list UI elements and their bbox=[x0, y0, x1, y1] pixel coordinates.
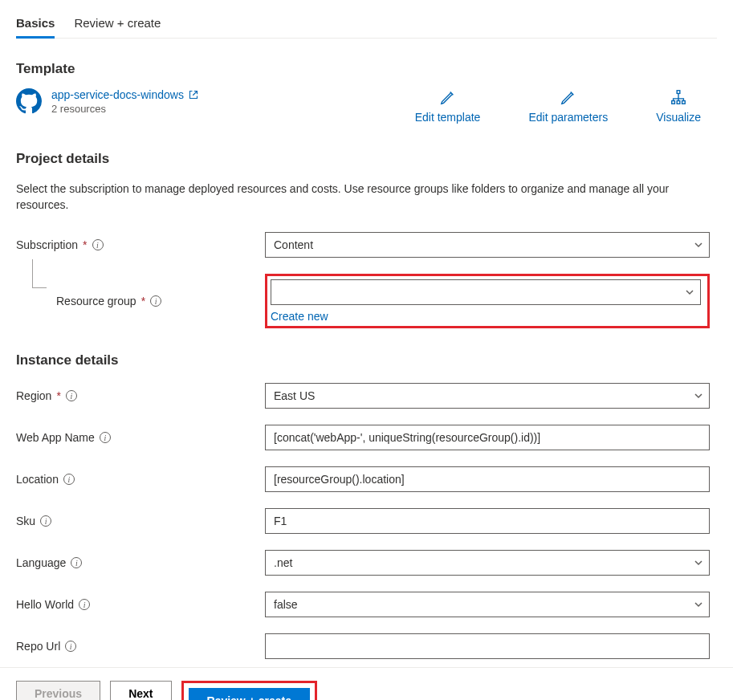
location-input[interactable] bbox=[265, 466, 710, 492]
edit-template-button[interactable]: Edit template bbox=[415, 88, 481, 124]
info-icon[interactable]: i bbox=[63, 474, 75, 485]
svg-rect-3 bbox=[682, 101, 686, 104]
template-link-text: app-service-docs-windows bbox=[51, 88, 184, 101]
subscription-label: Subscription bbox=[16, 238, 78, 251]
info-icon[interactable]: i bbox=[40, 515, 51, 527]
edit-parameters-label: Edit parameters bbox=[528, 111, 608, 124]
instance-details-heading: Instance details bbox=[16, 352, 717, 368]
location-label: Location bbox=[16, 473, 59, 486]
tab-basics[interactable]: Basics bbox=[16, 16, 55, 38]
sku-input[interactable] bbox=[265, 508, 710, 534]
region-select[interactable]: East US bbox=[265, 383, 710, 409]
info-icon[interactable]: i bbox=[92, 239, 104, 250]
tab-review-create[interactable]: Review + create bbox=[74, 16, 161, 38]
hello-world-select[interactable]: false bbox=[265, 592, 710, 617]
info-icon[interactable]: i bbox=[150, 295, 161, 307]
repo-url-label: Repo Url bbox=[16, 640, 60, 653]
edit-parameters-button[interactable]: Edit parameters bbox=[528, 88, 608, 124]
svg-rect-2 bbox=[677, 101, 680, 104]
create-new-link[interactable]: Create new bbox=[271, 310, 328, 323]
visualize-button[interactable]: Visualize bbox=[656, 88, 701, 124]
pencil-icon bbox=[560, 88, 577, 106]
info-icon[interactable]: i bbox=[100, 432, 111, 443]
pencil-icon bbox=[439, 88, 457, 106]
footer: Previous Next Review + create bbox=[0, 667, 733, 700]
svg-rect-1 bbox=[672, 101, 675, 104]
subscription-select[interactable]: Content bbox=[265, 232, 710, 258]
hello-world-label: Hello World bbox=[16, 598, 74, 611]
required-indicator: * bbox=[56, 389, 60, 402]
previous-button: Previous bbox=[16, 681, 100, 700]
project-details-description: Select the subscription to manage deploy… bbox=[16, 181, 674, 213]
required-indicator: * bbox=[83, 238, 87, 251]
resource-group-select[interactable] bbox=[271, 279, 701, 305]
github-icon bbox=[16, 88, 42, 114]
language-label: Language bbox=[16, 556, 66, 569]
info-icon[interactable]: i bbox=[71, 557, 82, 568]
visualize-label: Visualize bbox=[656, 111, 701, 124]
template-heading: Template bbox=[16, 61, 717, 77]
region-label: Region bbox=[16, 389, 51, 402]
info-icon[interactable]: i bbox=[66, 390, 77, 401]
tabs: Basics Review + create bbox=[16, 16, 717, 39]
template-resource-count: 2 resources bbox=[51, 103, 198, 115]
next-button[interactable]: Next bbox=[110, 681, 171, 700]
info-icon[interactable]: i bbox=[65, 641, 76, 652]
webapp-name-input[interactable] bbox=[265, 425, 710, 450]
svg-rect-0 bbox=[677, 91, 680, 94]
required-indicator: * bbox=[141, 295, 145, 307]
edit-template-label: Edit template bbox=[415, 111, 481, 124]
indent-bracket bbox=[32, 259, 47, 288]
resource-group-label: Resource group bbox=[56, 295, 136, 307]
webapp-name-label: Web App Name bbox=[16, 431, 95, 444]
template-link[interactable]: app-service-docs-windows bbox=[51, 88, 198, 101]
repo-url-input[interactable] bbox=[265, 633, 710, 659]
info-icon[interactable]: i bbox=[79, 599, 90, 610]
review-create-highlight: Review + create bbox=[181, 681, 317, 700]
project-details-heading: Project details bbox=[16, 151, 717, 167]
external-link-icon bbox=[189, 90, 198, 100]
sku-label: Sku bbox=[16, 515, 35, 527]
language-select[interactable]: .net bbox=[265, 550, 710, 576]
review-create-button[interactable]: Review + create bbox=[189, 688, 310, 700]
hierarchy-icon bbox=[670, 88, 687, 106]
resource-group-highlight: Create new bbox=[265, 274, 710, 328]
